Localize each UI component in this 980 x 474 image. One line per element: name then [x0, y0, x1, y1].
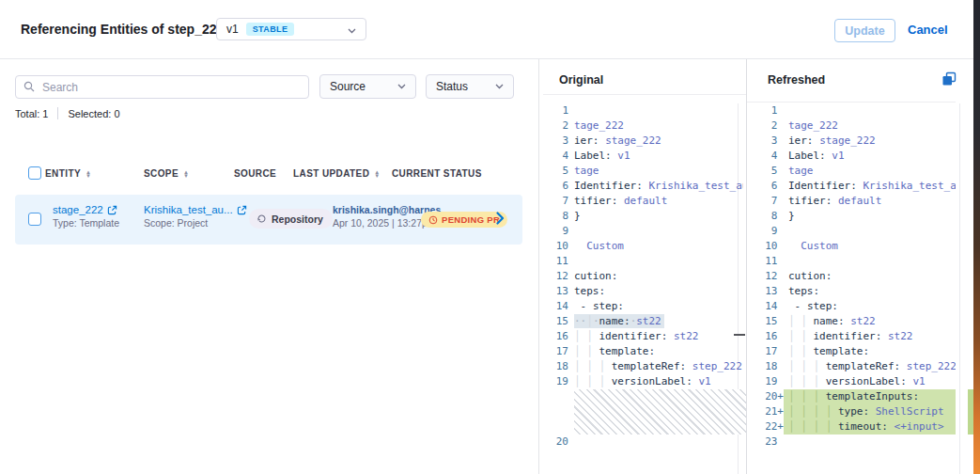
- search-input[interactable]: [40, 80, 301, 95]
- code-line: 16│ │ identifier: st22: [543, 329, 743, 344]
- code-line: 19│ │ │ versionLabel: v1: [543, 374, 743, 389]
- code-line: 2tage_222: [543, 118, 743, 134]
- code-line: 6 Identifier: Krishika_test_auto: [753, 179, 956, 194]
- code-line: 3 ier: stage_222: [753, 134, 956, 149]
- code-line: 3ier: stage_222: [543, 134, 743, 149]
- search-icon: [23, 79, 35, 96]
- original-pane-title: Original: [559, 73, 603, 87]
- source-badge: Repository: [249, 209, 333, 229]
- column-header-current-status: CURRENT STATUS: [392, 168, 482, 179]
- code-line: 19 │ │ │ versionLabel: v1: [753, 374, 956, 389]
- code-line: 5tage: [543, 164, 743, 179]
- column-header-entity: ENTITY ▲▼: [45, 168, 91, 179]
- code-line: 17 │ │ template:: [753, 344, 956, 359]
- table-row[interactable]: stage_222 Type: Template Krishika_test_a…: [15, 195, 522, 245]
- code-line: 12 cution:: [753, 269, 956, 284]
- column-header-source: SOURCE: [234, 168, 276, 179]
- code-line: 15 │ │ name: st22: [753, 314, 956, 329]
- code-line: 13teps:: [543, 284, 743, 299]
- code-line: 1: [753, 103, 956, 118]
- code-line: 2 tage_222: [753, 118, 956, 134]
- code-line: 15··│·name:·st22: [543, 314, 743, 329]
- code-line: 14 - step:: [543, 299, 743, 314]
- background-edge-strip: [973, 0, 980, 474]
- code-line: 23: [753, 434, 956, 450]
- referencing-entities-list-panel: Source Status Total: 1 Selected: 0 ENTIT…: [0, 59, 538, 474]
- search-box: [15, 75, 309, 99]
- repository-icon: [257, 213, 267, 224]
- selected-count: Selected: 0: [68, 108, 119, 119]
- source-filter-label: Source: [330, 80, 366, 93]
- pane-divider: [746, 59, 747, 474]
- chevron-right-icon: [496, 212, 505, 225]
- scope-cell: Krishika_test_au... Scope: Project: [144, 204, 247, 229]
- copy-icon[interactable]: [941, 71, 957, 90]
- row-checkbox[interactable]: [28, 213, 41, 226]
- chevron-down-icon: [495, 84, 504, 89]
- original-code[interactable]: 12tage_2223ier: stage_2224Label: v15tage…: [543, 103, 743, 450]
- entity-cell: stage_222 Type: Template: [53, 204, 119, 229]
- column-header-scope: SCOPE ▲▼: [144, 168, 189, 179]
- dialog-header: Referencing Entities of step_222 v1 STAB…: [0, 0, 980, 59]
- code-line: 8 }: [753, 209, 956, 224]
- code-line: 7 tifier: default: [753, 194, 956, 209]
- divider: [543, 94, 746, 95]
- update-button[interactable]: Update: [834, 19, 895, 42]
- refreshed-overview-ruler: [959, 103, 960, 474]
- code-line: 6Identifier: Krishika_test_auto: [543, 179, 743, 194]
- code-line: 14 - step:: [753, 299, 956, 314]
- code-line: 1: [543, 103, 743, 118]
- referencing-entities-dialog: Referencing Entities of step_222 v1 STAB…: [0, 0, 980, 474]
- collapsed-region-placeholder: [574, 389, 746, 434]
- code-line: 17│ │ template:: [543, 344, 743, 359]
- code-line: 5 tage: [753, 164, 956, 179]
- code-line: 20+│ │ │ templateInputs:: [753, 389, 956, 404]
- yaml-diff-panel: Original Refreshed 12tage_2223ier: stage…: [538, 59, 973, 474]
- clock-icon: [428, 215, 438, 225]
- sort-icon[interactable]: ▲▼: [183, 170, 189, 178]
- code-line: 18 │ │ │ templateRef: step_222: [753, 359, 956, 374]
- code-line: 10 Custom: [753, 239, 956, 254]
- entity-link[interactable]: stage_222: [53, 204, 119, 215]
- scope-link[interactable]: Krishika_test_au...: [144, 204, 247, 215]
- status-badge: PENDING PR: [421, 212, 507, 228]
- version-status-badge: STABLE: [246, 23, 295, 36]
- external-link-icon: [237, 205, 247, 215]
- divider: [57, 107, 58, 119]
- status-filter-dropdown[interactable]: Status: [426, 74, 514, 99]
- chevron-down-icon: [348, 21, 356, 38]
- expand-row-button[interactable]: [496, 212, 505, 229]
- scope-type: Scope: Project: [144, 217, 247, 229]
- code-line: 7tifier: default: [543, 194, 743, 209]
- external-link-icon: [107, 205, 117, 215]
- total-count: Total: 1: [15, 108, 48, 119]
- cancel-button[interactable]: Cancel: [908, 23, 948, 37]
- sort-icon[interactable]: ▲▼: [86, 170, 91, 178]
- entity-type: Type: Template: [53, 217, 119, 229]
- source-filter-dropdown[interactable]: Source: [319, 74, 416, 99]
- code-line: 16 │ │ identifier: st22: [753, 329, 956, 344]
- divider: [747, 102, 956, 103]
- code-line: 10 Custom: [543, 239, 743, 254]
- code-line: 22+│ │ │ │ timeout: <+input>: [753, 419, 956, 434]
- code-line: 4Label: v1: [543, 149, 743, 164]
- selection-summary: Total: 1 Selected: 0: [15, 107, 120, 119]
- code-line: 20: [543, 434, 743, 450]
- code-line: 8}: [543, 209, 743, 224]
- refreshed-code[interactable]: 1 2 tage_2223 ier: stage_2224 Label: v15…: [753, 103, 956, 450]
- chevron-down-icon: [397, 84, 406, 89]
- code-line: 4 Label: v1: [753, 149, 956, 164]
- status-filter-label: Status: [436, 80, 468, 93]
- code-line: 9: [753, 224, 956, 239]
- select-all-checkbox[interactable]: [28, 166, 41, 180]
- code-line: 11: [753, 254, 956, 269]
- version-label: v1: [226, 23, 239, 36]
- page-title: Referencing Entities of step_222: [21, 22, 224, 37]
- version-select[interactable]: v1 STABLE: [216, 18, 366, 40]
- code-line: 12cution:: [543, 269, 743, 284]
- refreshed-pane-title: Refreshed: [768, 73, 825, 87]
- code-line: 13 teps:: [753, 284, 956, 299]
- column-header-last-updated: LAST UPDATED ▲▼: [293, 168, 381, 179]
- sort-icon[interactable]: ▲▼: [374, 170, 380, 178]
- code-line: 18│ │ │ templateRef: step_222: [543, 359, 743, 374]
